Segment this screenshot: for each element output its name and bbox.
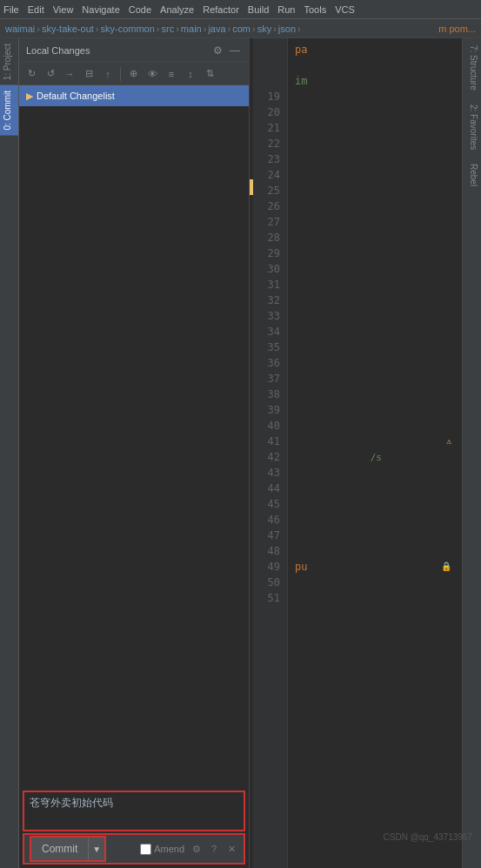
code-line-6	[295, 120, 455, 136]
code-line-15	[295, 261, 455, 277]
changelist-item[interactable]: ▶ Default Changelist	[19, 85, 249, 106]
ln-42: 42	[253, 449, 280, 465]
expand-btn[interactable]: ⇅	[201, 65, 218, 83]
breadcrumb-waimai[interactable]: waimai	[5, 24, 35, 34]
code-line-3: im	[295, 73, 455, 89]
code-line-17	[295, 293, 455, 308]
code-content: pa im	[288, 38, 462, 868]
vtab-rebel[interactable]: Rebel	[463, 157, 481, 193]
breadcrumb-json[interactable]: json	[278, 24, 296, 34]
ln-49: 49	[253, 559, 280, 575]
breadcrumb-sky-common[interactable]: sky-common	[101, 24, 155, 34]
left-panel: Local Changes ⚙ — ↻ ↺ → ⊟ ↑ ⊕ 👁 ≡ ↕ ⇅	[19, 38, 250, 868]
commit-button-group: Commit ▼	[30, 836, 106, 862]
panel-empty-area	[19, 106, 249, 787]
ln-30: 30	[253, 261, 280, 277]
code-line-22	[295, 371, 455, 387]
code-line-12	[295, 214, 455, 230]
commit-message-box: 苍穹外卖初始代码	[23, 791, 245, 831]
commit-button[interactable]: Commit	[31, 838, 88, 860]
code-line-29	[295, 496, 455, 512]
breadcrumb-java[interactable]: java	[208, 24, 225, 34]
ln-48: 48	[253, 543, 280, 559]
sort-btn[interactable]: ↕	[182, 65, 199, 83]
menu-item-analyze[interactable]: Analyze	[160, 4, 194, 15]
bc-sep2: ›	[96, 24, 99, 34]
ln-31: 31	[253, 277, 280, 293]
ln-26: 26	[253, 198, 280, 214]
code-line-1: pa	[295, 42, 455, 57]
ln-35: 35	[253, 340, 280, 355]
panel-settings-icon[interactable]: ⚙	[210, 44, 224, 57]
ln-38: 38	[253, 387, 280, 402]
breadcrumb-sky[interactable]: sky	[257, 24, 272, 34]
menu-item-refactor[interactable]: Refactor	[203, 4, 239, 15]
menu-item-edit[interactable]: Edit	[28, 4, 44, 15]
bc-sep7: ›	[252, 24, 256, 34]
commit-close-icon[interactable]: ✕	[224, 842, 238, 856]
breadcrumb-main[interactable]: main	[181, 24, 202, 34]
amend-checkbox-group: Amend	[140, 844, 184, 855]
watermark: CSDN @qq_43713967	[384, 832, 462, 842]
menu-item-file[interactable]: File	[3, 4, 19, 15]
ln-blank3	[253, 73, 280, 89]
code-line-8	[295, 151, 455, 167]
breadcrumb-com[interactable]: com	[232, 24, 251, 34]
commit-bar-icons: ⚙ ? ✕	[190, 842, 238, 856]
panel-minimize-icon[interactable]: —	[228, 44, 242, 57]
editor-area: 19 20 21 22 23 24 25 26 27 28 29 30 31 3…	[250, 38, 462, 868]
code-line-16	[295, 277, 455, 293]
add-btn[interactable]: ⊕	[124, 65, 142, 83]
code-view: 19 20 21 22 23 24 25 26 27 28 29 30 31 3…	[250, 38, 462, 868]
ln-47: 47	[253, 528, 280, 543]
vtab-commit[interactable]: 0: Commit	[0, 85, 18, 136]
commit-bar: Commit ▼ Amend ⚙ ? ✕	[23, 833, 245, 865]
group-btn[interactable]: ≡	[163, 65, 180, 83]
breadcrumb-sky-take-out[interactable]: sky-take-out	[42, 24, 94, 34]
ln-27: 27	[253, 214, 280, 230]
commit-help-icon[interactable]: ?	[207, 842, 221, 856]
breadcrumb-src[interactable]: src	[162, 24, 175, 34]
bc-sep5: ›	[204, 24, 207, 34]
ln-44: 44	[253, 481, 280, 496]
ln-39: 39	[253, 402, 280, 418]
ln-46: 46	[253, 512, 280, 528]
menu-item-navigate[interactable]: Navigate	[82, 4, 119, 15]
eye-btn[interactable]: 👁	[144, 65, 161, 83]
ln-37: 37	[253, 371, 280, 387]
up-btn[interactable]: ↑	[99, 65, 117, 83]
ln-51: 51	[253, 590, 280, 606]
refresh-btn[interactable]: ↻	[23, 65, 40, 83]
ln-50: 50	[253, 575, 280, 590]
ln-40: 40	[253, 418, 280, 434]
menu-item-build[interactable]: Build	[248, 4, 269, 15]
ln-24: 24	[253, 167, 280, 183]
ln-blank1	[253, 42, 280, 57]
code-line-19	[295, 324, 455, 340]
panel-header: Local Changes ⚙ —	[19, 38, 249, 63]
code-line-rest8	[295, 684, 455, 700]
commit-message-input[interactable]: 苍穹外卖初始代码	[24, 792, 244, 827]
menu-item-view[interactable]: View	[53, 4, 74, 15]
menu-item-run[interactable]: Run	[277, 4, 295, 15]
ln-22: 22	[253, 136, 280, 151]
vtab-favorites[interactable]: 2: Favorites	[463, 98, 481, 157]
shelve-btn[interactable]: ⊟	[80, 65, 97, 83]
ln-20: 20	[253, 104, 280, 120]
menu-item-code[interactable]: Code	[129, 4, 151, 15]
move-btn[interactable]: →	[61, 65, 78, 83]
vtab-structure[interactable]: 7: Structure	[463, 38, 481, 98]
menu-bar: File Edit View Navigate Code Analyze Ref…	[0, 0, 481, 19]
menu-item-tools[interactable]: Tools	[304, 4, 326, 15]
main-layout: 1: Project 0: Commit Local Changes ⚙ — ↻…	[0, 38, 481, 868]
commit-dropdown-button[interactable]: ▼	[88, 838, 104, 860]
amend-checkbox[interactable]	[140, 844, 151, 855]
rollback-btn[interactable]: ↺	[42, 65, 59, 83]
menu-item-vcs[interactable]: VCS	[335, 4, 355, 15]
content-area: Local Changes ⚙ — ↻ ↺ → ⊟ ↑ ⊕ 👁 ≡ ↕ ⇅	[19, 38, 481, 868]
commit-settings-icon[interactable]: ⚙	[190, 842, 204, 856]
right-vtabs: 7: Structure 2: Favorites Rebel	[462, 38, 481, 868]
ln-28: 28	[253, 230, 280, 246]
vtab-project[interactable]: 1: Project	[0, 38, 18, 85]
breadcrumb-bar: waimai › sky-take-out › sky-common › src…	[0, 19, 481, 38]
